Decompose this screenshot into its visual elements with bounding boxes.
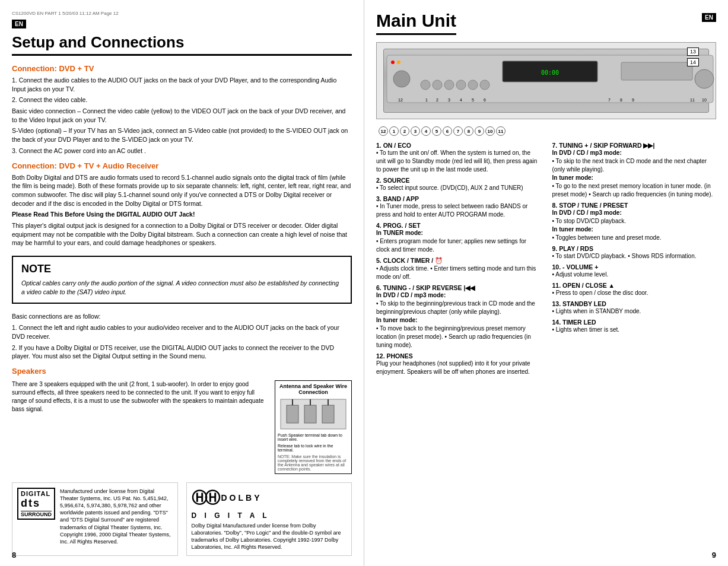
dts-block: DIGITAL dts SURROUND Manufactured under … — [12, 482, 178, 557]
speakers-text: There are 3 speakers equipped with the u… — [12, 380, 269, 476]
svg-point-15 — [456, 80, 466, 90]
dts-logo: DIGITAL dts SURROUND — [17, 488, 55, 520]
svg-point-17 — [480, 80, 489, 90]
device-image: 00:00 12 — [376, 42, 716, 119]
num-9: 9 — [475, 126, 484, 136]
desc-r-14-number: 14. TIMER LED — [552, 319, 717, 326]
svg-point-20 — [397, 61, 400, 64]
branding-block: DIGITAL dts SURROUND Manufactured under … — [12, 482, 352, 557]
numbers-row: 12 1 2 3 4 5 6 7 8 9 10 11 — [376, 126, 716, 136]
desc-12-body: Plug your headphones (not supplied) into… — [376, 360, 541, 376]
svg-text:9: 9 — [632, 98, 634, 102]
svg-text:12: 12 — [399, 98, 403, 102]
num-12: 12 — [379, 126, 388, 136]
desc-1-body: • To turn the unit on/ off. When the sys… — [376, 149, 541, 174]
svg-point-19 — [391, 61, 395, 64]
num-5: 5 — [432, 126, 441, 136]
heading-speakers: Speakers — [12, 367, 352, 376]
top-bar: CS1200VD EN PART 1 5/20/03 11:12 AM Page… — [12, 11, 352, 16]
num-6: 6 — [443, 126, 452, 136]
desc-5-body: • Adjusts clock time. • Enter timers set… — [376, 265, 541, 281]
num-1: 1 — [389, 126, 399, 136]
svg-text:6: 6 — [484, 98, 486, 102]
num-3: 3 — [411, 126, 420, 136]
num-8: 8 — [464, 126, 473, 136]
svg-text:11: 11 — [691, 98, 695, 102]
desc-r-5-body: • Press to open / close the disc door. — [552, 289, 717, 297]
dolby-text: Dolby Digital Manufactured under license… — [192, 522, 347, 551]
desc-6-number: 6. TUNING - / SKIP REVERSE |◀◀ — [376, 284, 541, 291]
desc-r-3-number: 9. PLAY / RDS — [552, 245, 717, 252]
svg-point-13 — [433, 80, 442, 90]
desc-r-1: 7. TUNING + / SKIP FORWARD ▶▶| In DVD / … — [552, 142, 717, 199]
desc-r-5-number: 11. OPEN / CLOSE ▲ — [552, 282, 717, 289]
num-2: 2 — [400, 126, 409, 136]
desc-4-number: 4. PROG. / SET — [376, 222, 541, 229]
desc-r-1-sub2-label: In tuner mode: — [552, 174, 717, 182]
descriptions-grid: 1. ON / ECO • To turn the unit on/ off. … — [376, 142, 716, 379]
desc-r-13-number: 13. STANDBY LED — [552, 300, 717, 307]
desc-4-sub1-text: • Enters program mode for tuner; applies… — [376, 237, 541, 254]
desc-2-number: 2. SOURCE — [376, 177, 541, 184]
antenna-diagram: Antenna and Speaker Wire Connection Push… — [275, 380, 352, 474]
desc-col-right: 7. TUNING + / SKIP FORWARD ▶▶| In DVD / … — [552, 142, 717, 379]
desc-2: 2. SOURCE • To select input source. (DVD… — [376, 177, 541, 192]
dolby-block: ⒽⒽ DOLBY D I G I T A L Dolby Digital Man… — [186, 482, 352, 557]
audio-para-3: This player's digital output jack is des… — [12, 221, 352, 247]
svg-text:3: 3 — [448, 98, 450, 102]
num-7: 7 — [453, 126, 463, 136]
num-11: 11 — [496, 126, 506, 136]
desc-r-2: 8. STOP / TUNE / PRESET In DVD / CD / mp… — [552, 202, 717, 242]
speaker-diagram: Antenna and Speaker Wire Connection Push… — [275, 380, 352, 476]
desc-5-number: 5. CLOCK / TIMER / ⏰ — [376, 257, 541, 265]
diagram-note2: Release tab to lock wire in the terminal… — [278, 444, 349, 452]
dts-text: Manufactured under license from Digital … — [60, 488, 172, 545]
audio-bold-label: Please Read This Before Using the DIGITA… — [12, 210, 352, 219]
diagram-title: Antenna and Speaker Wire Connection — [278, 383, 349, 395]
desc-2-body: • To select input source. (DVD(CD), AUX … — [376, 184, 541, 192]
desc-r-14-body: • Lights when timer is set. — [552, 326, 717, 334]
main-unit-title: Main Unit — [376, 11, 456, 35]
desc-r-2-sub2-text: • Toggles between tune and preset mode. — [552, 234, 717, 242]
svg-point-12 — [421, 80, 430, 90]
desc-3-body: • In Tuner mode, press to select between… — [376, 202, 541, 219]
dolby-digital-label: D I G I T A L — [192, 511, 347, 520]
desc-1: 1. ON / ECO • To turn the unit on/ off. … — [376, 142, 541, 174]
svg-rect-2 — [304, 405, 316, 423]
desc-3-number: 3. BAND / APP — [376, 195, 541, 202]
svg-text:8: 8 — [620, 98, 622, 102]
left-page-title: Setup and Connections — [12, 33, 352, 56]
desc-r-1-sub2-text: • To go to the next preset memory locati… — [552, 182, 717, 199]
heading-dvd-tv-audio: Connection: DVD + TV + Audio Receiver — [12, 161, 352, 170]
desc-4-sub1-label: In TUNER mode: — [376, 229, 541, 237]
heading-dvd-tv: Connection: DVD + TV — [12, 64, 352, 73]
desc-r-2-number: 8. STOP / TUNE / PRESET — [552, 202, 717, 209]
desc-6-sub2-text: • To move back to the beginning/previous… — [376, 325, 541, 349]
desc-3: 3. BAND / APP • In Tuner mode, press to … — [376, 195, 541, 219]
desc-r-2-sub2-label: In tuner mode: — [552, 225, 717, 234]
desc-5: 5. CLOCK / TIMER / ⏰ • Adjusts clock tim… — [376, 257, 541, 281]
desc-4: 4. PROG. / SET In TUNER mode: • Enters p… — [376, 222, 541, 254]
desc-r-5: 11. OPEN / CLOSE ▲ • Press to open / clo… — [552, 282, 717, 297]
audio-para-6: 2. If you have a Dolby Digital or DTS re… — [12, 344, 352, 361]
svg-text:00:00: 00:00 — [541, 69, 559, 76]
desc-r-1-sub1-label: In DVD / CD / mp3 mode: — [552, 149, 717, 157]
desc-6: 6. TUNING - / SKIP REVERSE |◀◀ In DVD / … — [376, 284, 541, 349]
dolby-logo: ⒽⒽ DOLBY — [192, 488, 347, 508]
desc-r-2-sub1-text: • To stop DVD/CD playback. — [552, 217, 717, 225]
desc-r-3: 9. PLAY / RDS • To start DVD/CD playback… — [552, 245, 717, 260]
desc-r-13-body: • Lights when in STANDBY mode. — [552, 307, 717, 316]
num-10: 10 — [485, 126, 495, 136]
desc-12-number: 12. PHONES — [376, 352, 541, 360]
num-4: 4 — [421, 126, 431, 136]
device-inner: 00:00 12 — [383, 49, 708, 113]
note-title: NOTE — [21, 263, 342, 275]
audio-para-5: 1. Connect the left and right audio cabl… — [12, 323, 352, 341]
right-page: Main Unit EN 00:00 — [364, 0, 728, 566]
desc-12: 12. PHONES Plug your headphones (not sup… — [376, 352, 541, 376]
desc-r-4: 10. - VOLUME + • Adjust volume level. — [552, 263, 717, 279]
audio-para-basic: Basic connections are as follow: — [12, 312, 352, 321]
desc-r-1-sub1-text: • To skip to the next track in CD mode a… — [552, 157, 717, 174]
audio-para-1: Both Dolby Digital and DTS are audio for… — [12, 173, 352, 208]
svg-text:7: 7 — [608, 98, 611, 102]
